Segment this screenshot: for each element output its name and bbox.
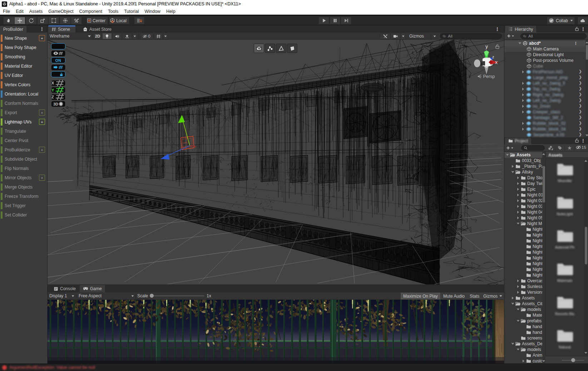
probuilder-item[interactable]: UV Editor	[0, 71, 48, 80]
project-tree-item[interactable]: NightSky 03	[504, 238, 542, 244]
hierarchy-item[interactable]: Main Camera	[504, 46, 585, 52]
project-tree-scrollbar[interactable]	[542, 152, 545, 363]
hierarchy-item[interactable]: Creeper_class❯	[504, 109, 585, 115]
pb-edge-mode-button[interactable]	[276, 44, 286, 53]
probuilder-item[interactable]: Set Trigger	[0, 201, 48, 210]
console-error-status[interactable]: ArgumentNullException: Value cannot be n…	[2, 365, 95, 370]
probuilder-item[interactable]: Mirror Objects+	[0, 173, 48, 182]
search-by-type-button[interactable]	[548, 146, 553, 150]
shading-mode-dropdown[interactable]: Wireframe	[50, 33, 91, 40]
hierarchy-lock-icon[interactable]	[575, 26, 579, 31]
probuilder-item[interactable]: ProBuilderize+	[0, 145, 48, 155]
progrids-follow-grid-button[interactable]	[51, 71, 65, 77]
hierarchy-create-button[interactable]	[507, 34, 515, 38]
menu-window[interactable]: Window	[142, 8, 163, 15]
save-search-button[interactable]	[567, 146, 572, 150]
hidden-packages-button[interactable]: 15	[576, 145, 586, 150]
status-bar[interactable]: ArgumentNullException: Value cannot be n…	[0, 363, 588, 371]
gizmos-caret-button[interactable]	[432, 33, 438, 39]
play-button[interactable]	[318, 17, 329, 24]
rect-tool-button[interactable]	[48, 17, 59, 24]
progrids-snap-enabled-button[interactable]: ON	[51, 57, 65, 63]
scene-lock-icon[interactable]	[495, 44, 500, 49]
hierarchy-item[interactable]: Santiago_36f_2❯	[504, 115, 585, 121]
transform-tool-button[interactable]	[60, 17, 71, 24]
project-tree-item[interactable]: 0033_Obj	[504, 158, 542, 163]
project-grid-scroll-thumb[interactable]	[585, 227, 587, 264]
stats-button[interactable]: Stats	[467, 293, 482, 299]
project-tree-item[interactable]: Night Moonless	[504, 221, 542, 226]
scale-tool-button[interactable]	[37, 17, 48, 24]
step-button[interactable]	[341, 17, 351, 24]
tab-asset-store[interactable]: Asset Store	[80, 26, 115, 33]
collab-dropdown-button[interactable]: Collab	[547, 17, 575, 24]
progrids-axis-z-button[interactable]: Z	[51, 94, 65, 100]
project-tree-item[interactable]: NightSky 09	[504, 272, 542, 278]
project-tree-item[interactable]: handpainted	[504, 324, 542, 329]
scale-slider[interactable]	[150, 296, 204, 296]
orientation-toggle-button[interactable]: Local	[109, 17, 129, 24]
rotate-tool-button[interactable]	[26, 17, 37, 24]
project-menu-icon[interactable]: ⋮	[581, 138, 585, 143]
project-tree-item[interactable]: NightSky 01	[504, 226, 542, 232]
project-tree-item[interactable]: models	[504, 347, 542, 352]
project-grid-item[interactable]: Materials	[546, 262, 584, 294]
project-grid-scrollbar[interactable]	[584, 159, 588, 355]
scene-lighting-button[interactable]	[102, 33, 112, 39]
probuilder-item-options-button[interactable]: +	[39, 147, 45, 153]
prefab-chevron-icon[interactable]: ❯	[579, 103, 582, 108]
menu-gameobject[interactable]: GameObject	[45, 8, 76, 15]
prefab-chevron-icon[interactable]: ❯	[579, 75, 582, 79]
progrids-push-to-grid-button[interactable]	[51, 64, 65, 70]
hierarchy-item[interactable]: FirstPerson AIO❯	[504, 69, 585, 75]
project-tree-item[interactable]: NightSky 06	[504, 255, 542, 261]
project-grid-item[interactable]: Asteroid Ph	[546, 229, 584, 260]
hand-tool-button[interactable]	[3, 17, 14, 24]
hierarchy-scroll-thumb[interactable]	[586, 45, 588, 60]
search-by-label-button[interactable]	[558, 146, 562, 150]
project-tree-item[interactable]: Versions	[504, 289, 542, 295]
hierarchy-item[interactable]: Left_no_2wing❯	[504, 98, 585, 103]
scene-fx-button[interactable]	[122, 33, 132, 39]
scene-row-menu-icon[interactable]: ⋮	[574, 42, 578, 45]
mute-audio-button[interactable]: Mute Audio	[441, 293, 467, 299]
pb-face-mode-button[interactable]	[287, 44, 297, 53]
hierarchy-item[interactable]: Left_no_2wing_fl❯	[504, 80, 585, 86]
tab-game[interactable]: Game	[80, 285, 105, 292]
scene-menu-icon[interactable]: ⋮	[495, 27, 500, 31]
move-tool-button[interactable]	[14, 17, 25, 24]
probuilder-item[interactable]: New Shape+	[0, 34, 48, 43]
project-tree-item[interactable]: Assets_Deco	[504, 341, 542, 347]
progrids-axis-y-button[interactable]: Y	[51, 87, 65, 93]
menu-assets[interactable]: Assets	[26, 8, 46, 15]
probuilder-item[interactable]: Center Pivot	[0, 136, 48, 145]
pb-object-mode-button[interactable]	[254, 44, 264, 53]
prefab-chevron-icon[interactable]: ❯	[579, 98, 582, 102]
project-tree-item[interactable]: NightSky 05	[504, 249, 542, 255]
project-tree-item[interactable]: Day Storm	[504, 175, 542, 181]
hierarchy-item[interactable]: no_2mon❯	[504, 103, 585, 109]
tab-hierarchy[interactable]: Hierarchy	[505, 26, 536, 33]
pb-vertex-mode-button[interactable]	[265, 44, 275, 53]
project-tree-item[interactable]: screenshots	[504, 335, 542, 341]
scene-grid-dropdown[interactable]	[163, 33, 168, 39]
project-tree-item[interactable]: Night 03	[504, 204, 542, 209]
scene-camera-dropdown[interactable]	[401, 33, 406, 39]
project-tree-item[interactable]: Night 05	[504, 215, 542, 221]
tab-project[interactable]: Project	[505, 138, 531, 144]
gizmos-dropdown[interactable]: Gizmos	[409, 33, 429, 40]
project-tree-item[interactable]: Night 04	[504, 209, 542, 215]
probuilder-menu-icon[interactable]: ⋮	[40, 27, 44, 31]
editor-tools-button[interactable]	[380, 33, 390, 39]
project-create-button[interactable]	[506, 146, 514, 150]
pause-button[interactable]	[330, 17, 340, 24]
project-tree-scroll-thumb[interactable]	[543, 166, 545, 202]
toggle-2d-button[interactable]: 2D	[94, 33, 102, 39]
scene-audio-button[interactable]	[112, 33, 122, 39]
project-grid-item[interactable]: Natural	[546, 329, 584, 360]
progrids-3d-button[interactable]: 3D	[51, 101, 65, 107]
probuilder-item-options-button[interactable]: +	[39, 175, 45, 181]
project-tree-item[interactable]: Night 02	[504, 198, 542, 204]
project-tree-item[interactable]: Overcast	[504, 278, 542, 284]
prefab-chevron-icon[interactable]: ❯	[579, 121, 582, 125]
